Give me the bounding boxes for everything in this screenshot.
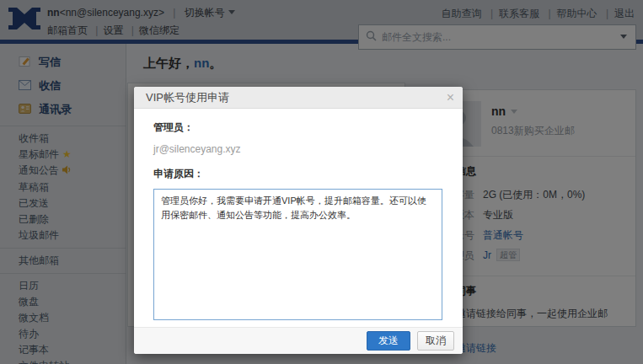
exmail-app: nn<nn@silenceyang.xyz> | 切换帐号 邮箱首页 设置 微信… [0,0,643,364]
dialog-footer: 发送 取消 [134,327,463,354]
admin-email: jr@silenceyang.xyz [153,143,443,155]
reason-label: 申请原因： [153,167,443,181]
cancel-button[interactable]: 取消 [417,331,454,351]
reason-textarea[interactable]: 管理员你好，我需要申请开通VIP帐号，提升邮箱容量。还可以使用保密邮件、通知公告… [153,189,442,320]
vip-request-dialog: VIP帐号使用申请 × 管理员： jr@silenceyang.xyz 申请原因… [134,87,463,354]
close-icon[interactable]: × [447,89,454,106]
admin-label: 管理员： [153,120,443,135]
dialog-title: VIP帐号使用申请 [134,87,463,109]
send-button[interactable]: 发送 [367,331,410,351]
dialog-body: 管理员： jr@silenceyang.xyz 申请原因： 管理员你好，我需要申… [134,109,463,320]
